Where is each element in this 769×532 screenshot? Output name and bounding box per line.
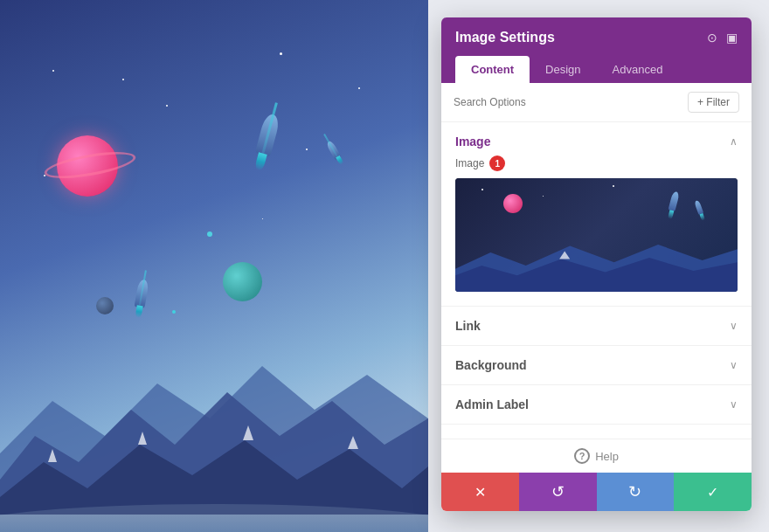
- help-label: Help: [595, 450, 619, 463]
- panel-footer: ? Help: [441, 439, 752, 473]
- star: [166, 105, 168, 107]
- star: [262, 218, 263, 219]
- accordion-admin-label: Admin Label ∨: [441, 385, 752, 425]
- cancel-button[interactable]: ✕: [441, 473, 519, 511]
- layout-icon[interactable]: ▣: [726, 31, 738, 45]
- image-label-row: Image 1: [455, 155, 738, 171]
- star: [52, 70, 54, 72]
- panel-body: + Filter Image ∧ Image 1: [441, 83, 752, 439]
- panel-title: Image Settings: [455, 30, 555, 45]
- particle: [207, 231, 212, 237]
- accordion-link-header[interactable]: Link ∨: [441, 307, 752, 345]
- image-badge: 1: [489, 155, 505, 171]
- accordion-background-header[interactable]: Background ∨: [441, 346, 752, 384]
- chevron-up-icon: ∧: [730, 135, 738, 148]
- accordion-admin-label-text: Admin Label: [455, 397, 529, 411]
- image-settings-panel: Image Settings ⊙ ▣ Content Design Advanc…: [441, 17, 752, 511]
- canvas-area: [0, 0, 428, 532]
- image-preview[interactable]: [455, 178, 738, 292]
- accordion-admin-label-header[interactable]: Admin Label ∨: [441, 385, 752, 424]
- preview-rocket-2: [694, 200, 706, 222]
- preview-planet-red: [503, 194, 523, 213]
- undo-icon: ↺: [551, 482, 565, 501]
- search-row: + Filter: [441, 83, 752, 122]
- preview-scene: [455, 178, 738, 292]
- tab-advanced[interactable]: Advanced: [597, 56, 679, 83]
- redo-button[interactable]: ↻: [597, 473, 675, 511]
- star: [306, 149, 308, 150]
- help-link[interactable]: ? Help: [574, 448, 619, 464]
- chevron-down-icon: ∨: [730, 320, 738, 332]
- panel-header: Image Settings ⊙ ▣ Content Design Advanc…: [441, 17, 752, 83]
- panel-actions: ✕ ↺ ↻ ✓: [441, 473, 752, 511]
- accordion-image: Image ∧ Image 1: [441, 122, 752, 307]
- panel-header-icons: ⊙ ▣: [707, 31, 738, 45]
- accordion-background: Background ∨: [441, 346, 752, 385]
- planet-teal: [223, 262, 262, 301]
- tab-design[interactable]: Design: [530, 56, 596, 83]
- star: [122, 79, 124, 80]
- preview-star: [481, 189, 483, 190]
- planet-red: [57, 135, 118, 197]
- search-input[interactable]: [454, 96, 681, 108]
- accordion-image-header[interactable]: Image ∧: [441, 122, 752, 155]
- tab-content[interactable]: Content: [455, 56, 530, 83]
- chevron-down-icon-admin: ∨: [730, 398, 738, 411]
- panel-title-row: Image Settings ⊙ ▣: [455, 30, 738, 45]
- filter-button[interactable]: + Filter: [688, 92, 739, 113]
- undo-button[interactable]: ↺: [519, 473, 597, 511]
- accordion-image-label: Image: [455, 135, 490, 149]
- planet-small: [96, 297, 114, 314]
- cancel-icon: ✕: [475, 484, 486, 501]
- confirm-icon: ✓: [707, 484, 718, 501]
- image-field-label: Image: [455, 157, 484, 169]
- preview-rocket: [666, 191, 680, 220]
- panel-tabs: Content Design Advanced: [455, 56, 738, 83]
- star: [358, 87, 360, 89]
- accordion-image-content: Image 1: [441, 155, 752, 306]
- preview-mountains: [455, 239, 738, 292]
- help-icon: ?: [574, 448, 590, 464]
- confirm-button[interactable]: ✓: [674, 473, 752, 511]
- preview-star: [613, 185, 614, 187]
- star: [280, 52, 282, 55]
- accordion-link: Link ∨: [441, 307, 752, 346]
- accordion-background-label: Background: [455, 358, 527, 372]
- chevron-down-icon-bg: ∨: [730, 359, 738, 371]
- preview-star: [543, 196, 544, 197]
- svg-rect-8: [0, 515, 428, 532]
- accordion-link-label: Link: [455, 319, 481, 333]
- target-icon[interactable]: ⊙: [707, 31, 717, 45]
- mountains: [0, 314, 428, 532]
- redo-icon: ↻: [628, 482, 641, 501]
